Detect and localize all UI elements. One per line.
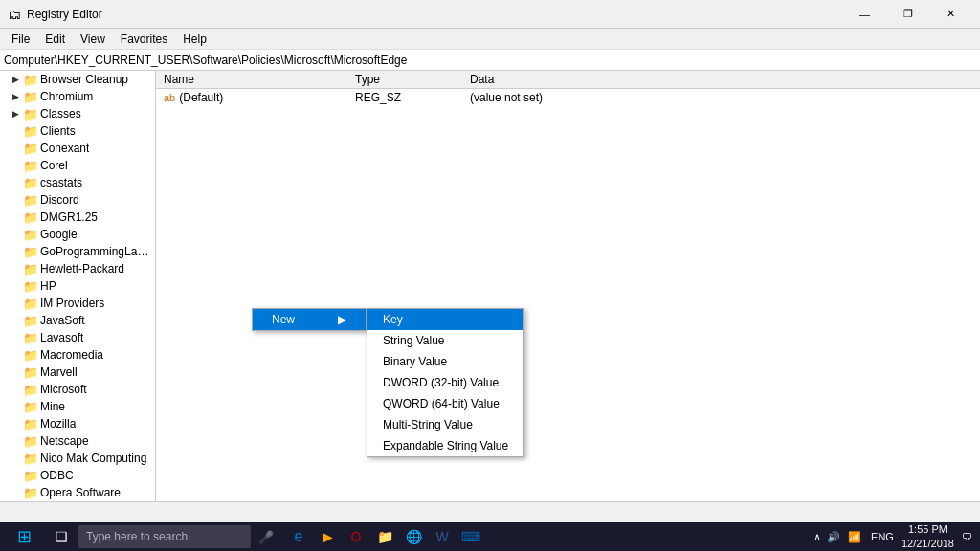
tree-item-microsoft[interactable]: 📁 Microsoft [0,381,155,398]
menu-edit[interactable]: Edit [37,31,73,48]
col-name[interactable]: Name [156,71,347,89]
folder-icon: 📁 [23,330,38,345]
tree-item-improviders[interactable]: 📁 IM Providers [0,295,155,312]
menu-favorites[interactable]: Favorites [113,31,175,48]
tree-item-javasoft[interactable]: 📁 JavaSoft [0,312,155,329]
folder-icon: 📁 [23,313,38,328]
submenu-item-expandable[interactable]: Expandable String Value [368,435,523,456]
tree-item-clients[interactable]: 📁 Clients [0,122,155,140]
tree-item-mozilla[interactable]: 📁 Mozilla [0,415,155,432]
clock[interactable]: 1:55 PM 12/21/2018 [902,522,954,551]
col-type[interactable]: Type [347,71,462,89]
tray-up-icon[interactable]: ∧ [813,531,821,543]
tree-label: Marvell [40,365,78,379]
tree-arrow [8,192,23,208]
tree-arrow [8,278,23,294]
tree-label: HP [40,279,56,293]
context-menu-item-new[interactable]: New ▶ [253,309,366,330]
taskbar-opera-icon[interactable]: O [343,523,369,550]
tree-item-marvell[interactable]: 📁 Marvell [0,364,155,381]
menu-file[interactable]: File [4,31,37,48]
tree-item-macromedia[interactable]: 📁 Macromedia [0,346,155,364]
minimize-button[interactable]: — [843,0,886,29]
menu-help[interactable]: Help [175,31,214,48]
app-icon: 🗂 [8,7,21,22]
maximize-button[interactable]: ❐ [886,0,929,29]
tree-item-nicomak[interactable]: 📁 Nico Mak Computing [0,450,155,467]
taskbar-vlc-icon[interactable]: ▶ [314,523,341,550]
table-row[interactable]: ab(Default) REG_SZ (value not set) [156,89,980,107]
folder-icon: 📁 [23,485,38,500]
submenu-item-key[interactable]: Key [368,309,523,330]
tree-arrow [8,485,23,500]
taskbar-vscode-icon[interactable]: ⌨ [457,523,484,550]
tree-item-discord[interactable]: 📁 Discord [0,191,155,209]
submenu-item-binary[interactable]: Binary Value [368,351,523,372]
tree-label: csastats [40,176,82,189]
tree-arrow [8,209,23,225]
search-input[interactable] [78,525,251,548]
tree-label: Chromium [40,90,93,103]
tree-item-opera[interactable]: 📁 Opera Software [0,484,155,501]
tree-item-netscape[interactable]: 📁 Netscape [0,432,155,450]
taskbar-word-icon[interactable]: W [429,523,456,550]
folder-icon: 📁 [23,141,38,156]
tree-arrow [8,416,23,431]
submenu-item-qword[interactable]: QWORD (64-bit) Value [368,393,523,414]
tree-label: Lavasoft [40,331,83,344]
tree-label: DMGR1.25 [40,210,98,224]
menu-bar: File Edit View Favorites Help [0,29,980,50]
address-bar: Computer\HKEY_CURRENT_USER\Software\Poli… [0,50,980,71]
tree-item-conexant[interactable]: 📁 Conexant [0,140,155,157]
tree-arrow [8,313,23,328]
col-data[interactable]: Data [462,71,980,89]
tree-item-google[interactable]: 📁 Google [0,226,155,243]
taskbar-edge-icon[interactable]: e [285,523,312,550]
folder-icon: 📁 [23,175,38,190]
tree-item-dmgr[interactable]: 📁 DMGR1.25 [0,209,155,226]
title-controls: — ❐ ✕ [843,0,972,29]
tree-label: Microsoft [40,383,87,396]
taskbar-files-icon[interactable]: 📁 [371,523,398,550]
tree-item-chromium[interactable]: 📁 Chromium [0,88,155,105]
tree-arrow [8,433,23,449]
taskbar-chrome-icon[interactable]: 🌐 [400,523,427,550]
tree-item-hp[interactable]: 📁 HP [0,277,155,295]
tree-panel[interactable]: 📁 Browser Cleanup 📁 Chromium 📁 Classes 📁… [0,71,156,501]
submenu-item-string[interactable]: String Value [368,330,523,351]
tree-item-corel[interactable]: 📁 Corel [0,157,155,174]
registry-table: Name Type Data ab(Default) REG_SZ (value… [156,71,980,106]
notifications-icon[interactable]: 🗨 [962,531,972,542]
tree-item-odbc[interactable]: 📁 ODBC [0,467,155,484]
close-button[interactable]: ✕ [929,0,972,29]
tree-label: Netscape [40,434,89,448]
status-bar [0,501,980,522]
tree-item-browser-cleanup[interactable]: 📁 Browser Cleanup [0,71,155,88]
tree-item-lavasoft[interactable]: 📁 Lavasoft [0,329,155,346]
address-path[interactable]: Computer\HKEY_CURRENT_USER\Software\Poli… [4,54,407,67]
task-view-button[interactable]: ❑ [48,523,75,550]
tree-arrow [8,399,23,414]
cortana-icon[interactable]: 🎤 [255,525,278,548]
folder-icon: 📁 [23,399,38,414]
volume-icon[interactable]: 📶 [848,531,861,543]
language-label[interactable]: ENG [871,531,894,542]
menu-view[interactable]: View [73,31,113,48]
value-type: REG_SZ [347,89,462,107]
folder-icon: 📁 [23,416,38,431]
tree-item-mine[interactable]: 📁 Mine [0,398,155,415]
submenu-item-multistring[interactable]: Multi-String Value [368,414,523,435]
tree-arrow [8,261,23,276]
tree-item-classes[interactable]: 📁 Classes [0,105,155,122]
value-data: (value not set) [462,89,980,107]
network-icon[interactable]: 🔊 [827,531,840,543]
tree-arrow [8,451,23,466]
tree-item-goprogramming[interactable]: 📁 GoProgrammingLangua [0,243,155,260]
tree-item-csastats[interactable]: 📁 csastats [0,174,155,191]
tree-item-hp-full[interactable]: 📁 Hewlett-Packard [0,260,155,277]
windows-logo-icon: ⊞ [17,526,32,547]
title-bar: 🗂 Registry Editor — ❐ ✕ [0,0,980,29]
submenu-item-dword[interactable]: DWORD (32-bit) Value [368,372,523,393]
start-button[interactable]: ⊞ [0,522,48,551]
folder-icon: 📁 [23,89,38,104]
